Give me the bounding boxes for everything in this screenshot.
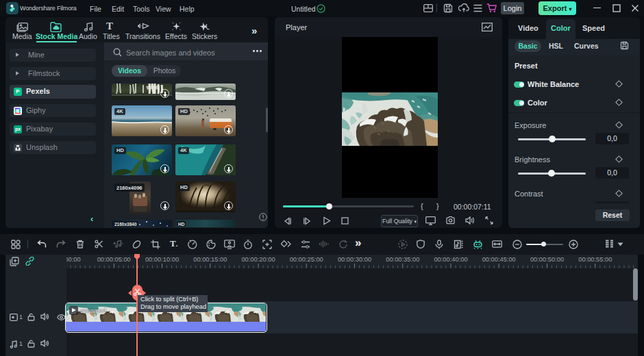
svg-text:00:00:25:00: 00:00:25:00 bbox=[290, 256, 323, 263]
svg-text:00:00:00: 00:00:00 bbox=[66, 256, 81, 263]
svg-text:00:00:40:00: 00:00:40:00 bbox=[434, 256, 467, 263]
svg-text:00:00:10:00: 00:00:10:00 bbox=[145, 256, 179, 263]
svg-text:00:00:15:00: 00:00:15:00 bbox=[193, 256, 227, 263]
svg-text:00:00:45:00: 00:00:45:00 bbox=[482, 256, 516, 263]
svg-text:00:00:20:00: 00:00:20:00 bbox=[241, 256, 275, 263]
svg-text:00:00:30:00: 00:00:30:00 bbox=[338, 256, 371, 263]
svg-text:00:00:35:00: 00:00:35:00 bbox=[386, 256, 419, 263]
svg-text:00:00:50:00: 00:00:50:00 bbox=[530, 256, 564, 263]
svg-text:00:00:55:00: 00:00:55:00 bbox=[578, 256, 612, 263]
svg-text:00:00:05:00: 00:00:05:00 bbox=[97, 256, 131, 263]
